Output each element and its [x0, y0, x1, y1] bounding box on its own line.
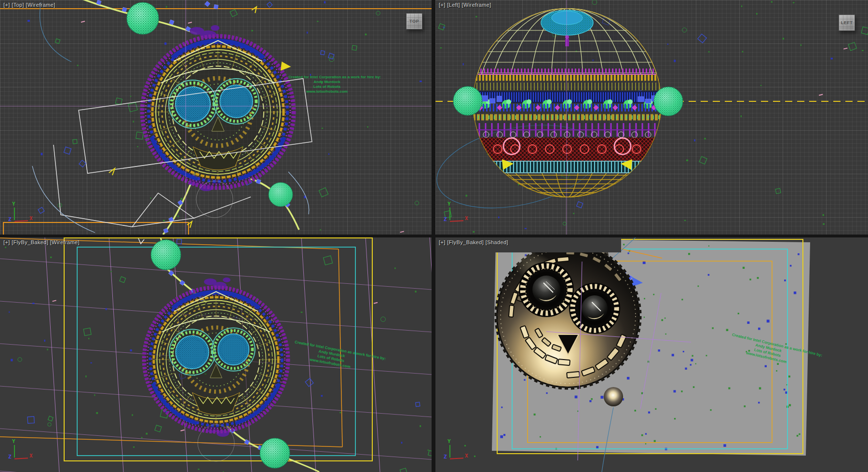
viewport-splitter-horizontal[interactable]: [0, 235, 868, 237]
green-sphere: [127, 2, 159, 34]
viewcube[interactable]: LEFT: [839, 14, 855, 31]
viewport-label[interactable]: [+] [FlyBy_Baked] [Wireframe]: [3, 239, 80, 245]
viewport-flyby-wireframe[interactable]: [+] [FlyBy_Baked] [Wireframe] Created fo…: [0, 237, 432, 472]
shiny-sphere: [604, 387, 623, 406]
axis-gizmo: Y Z X: [8, 204, 42, 226]
viewport-label[interactable]: [+] [FlyBy_Baked] [Shaded]: [439, 239, 508, 245]
viewport-label[interactable]: [+] [Left] [Wireframe]: [439, 2, 491, 8]
viewcube[interactable]: TOP: [406, 13, 422, 29]
green-sphere: [453, 86, 482, 115]
viewcube-face-label: TOP: [409, 19, 419, 24]
max-quad-viewport: { "app": {"name": "3ds Max style quad vi…: [0, 0, 868, 472]
owl-eye-right: [569, 283, 620, 334]
wireframe-owl-sphere: [144, 288, 288, 431]
viewcube-face-label: LEFT: [841, 20, 853, 25]
watermark-text: Created for Intel Corporation as a work …: [288, 75, 366, 94]
green-sphere: [151, 240, 181, 270]
viewport-top[interactable]: [+] [Top] [Wireframe] TOP Created for In…: [0, 0, 432, 235]
viewport-left[interactable]: [+] [Left] [Wireframe] LEFT Y Z X: [435, 0, 868, 235]
wireframe-sphere-left-view: [471, 6, 664, 199]
green-sphere: [269, 182, 293, 207]
green-sphere: [260, 438, 290, 468]
axis-gizmo: Y Z X: [444, 441, 477, 463]
viewport-flyby-shaded[interactable]: [+] [FlyBy_Baked] [Shaded] Created for I…: [435, 237, 868, 472]
green-sphere: [654, 87, 683, 116]
viewport-label[interactable]: [+] [Top] [Wireframe]: [3, 2, 55, 8]
wireframe-owl-sphere: [142, 36, 294, 188]
viewport-left-art: [435, 0, 868, 235]
owl-eye-left: [519, 262, 574, 317]
axis-gizmo: Y Z X: [444, 204, 477, 226]
axis-gizmo: Y Z X: [8, 441, 42, 463]
viewport-top-art: [0, 0, 432, 235]
